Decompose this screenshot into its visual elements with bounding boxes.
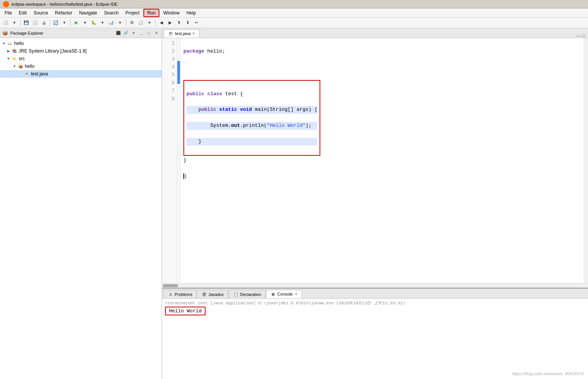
menu-help[interactable]: Help	[183, 10, 199, 16]
tab-label: test.java	[175, 31, 191, 36]
arrow-hello-pkg: ▼	[12, 64, 17, 69]
line-numbers: 1 2 3 4 5 6 7 8	[162, 38, 177, 283]
toolbar-run-dropdown[interactable]: ▾	[81, 19, 89, 27]
menu-window[interactable]: Window	[160, 10, 183, 16]
toolbar-coverage-dropdown[interactable]: ▾	[116, 19, 124, 27]
editor-tabs: ☕ test.java ✕ — □	[162, 28, 588, 38]
menu-run[interactable]: Run	[143, 9, 159, 17]
menu-bar: File Edit Source Refactor Navigate Searc…	[0, 8, 588, 18]
arrow-test	[18, 72, 23, 76]
toolbar-prev-annotation[interactable]: ⬆	[175, 19, 183, 27]
problems-icon: ⚠	[168, 292, 173, 297]
toolbar-skip-all[interactable]: ⬜	[137, 19, 145, 27]
tab-close-button[interactable]: ✕	[192, 32, 195, 35]
arrow-jre: ▶	[6, 49, 11, 53]
console-terminated-line: <terminated> test [Java Application] D:\…	[165, 300, 585, 306]
toolbar: ⬜ ▾ 💾 ⬜ 🖨 🔃 ▾ ▶ ▾ 🐛 ▾ 📊 ▾ ⚙ ⬜ ▾ ◀ ▶ ⬆ ⬇ …	[0, 18, 588, 28]
toolbar-coverage[interactable]: 📊	[107, 19, 116, 27]
tab-javadoc-label: Javadoc	[208, 292, 224, 297]
tab-problems[interactable]: ⚠ Problems	[164, 290, 196, 298]
horiz-scroll-thumb[interactable]	[163, 284, 178, 287]
java-file-icon: ☕	[24, 71, 30, 77]
tree-label-hello: hello	[14, 41, 24, 46]
toolbar-refresh-dropdown[interactable]: ▾	[60, 19, 69, 27]
toolbar-skip-all-dropdown[interactable]: ▾	[145, 19, 154, 27]
minimize-editor-icon: —	[577, 33, 581, 38]
toolbar-debug-dropdown[interactable]: ▾	[98, 19, 107, 27]
tree-item-jre[interactable]: ▶ 📚 JRE System Library [JavaSE-1.8]	[0, 47, 162, 55]
console-content: <terminated> test [Java Application] D:\…	[162, 299, 588, 379]
tab-problems-label: Problems	[175, 292, 192, 297]
menu-file[interactable]: File	[2, 10, 15, 16]
menu-navigate[interactable]: Navigate	[76, 10, 100, 16]
code-editor[interactable]: 1 2 3 4 5 6 7 8 package hello; pub	[162, 38, 588, 283]
arrow-src: ▼	[6, 56, 11, 61]
arrow-hello: ▼	[2, 41, 6, 46]
pe-view-menu[interactable]: ▾	[130, 30, 137, 36]
title-bar: eclipse-workspace - hello/src/hello/test…	[0, 0, 588, 8]
package-explorer-content: ▼ 🗂 hello ▶ 📚 JRE System Library [JavaSE…	[0, 38, 162, 379]
bookmark-gutter	[177, 38, 180, 283]
tab-console[interactable]: 🖥 Console ✕	[266, 290, 302, 298]
menu-search[interactable]: Search	[101, 10, 122, 16]
menu-edit[interactable]: Edit	[16, 10, 30, 16]
menu-project[interactable]: Project	[122, 10, 143, 16]
toolbar-next-edit[interactable]: ▶	[166, 19, 174, 27]
menu-refactor[interactable]: Refactor	[52, 10, 75, 16]
project-icon: 🗂	[7, 40, 13, 46]
pe-minimize[interactable]: _	[138, 30, 144, 36]
tree-item-test-java[interactable]: ☕ test.java	[0, 70, 162, 78]
toolbar-next-annotation[interactable]: ⬇	[183, 19, 192, 27]
toolbar-external-tools[interactable]: ⚙	[128, 19, 136, 27]
code-line-4: public static void main(String[] args) {	[186, 106, 317, 114]
console-close-indicator: ✕	[295, 292, 298, 296]
pe-close[interactable]: ✕	[153, 30, 159, 36]
code-line-5: System.out.println("Hello World");	[186, 122, 317, 130]
package-icon: 📦	[18, 63, 24, 69]
tab-javadoc[interactable]: @ Javadoc	[197, 290, 228, 298]
console-output: Hello World	[165, 307, 206, 315]
tab-declaration-label: Declaration	[240, 292, 261, 297]
code-block-highlighted: public class test { public static void m…	[183, 80, 320, 156]
pe-icon: 📦	[2, 30, 8, 36]
package-explorer-header: 📦 Package Explorer ⬛ 🔗 ▾ _ □ ✕	[0, 28, 162, 38]
toolbar-last-edit[interactable]: ↩	[192, 19, 201, 27]
declaration-icon: 📋	[233, 292, 238, 297]
console-icon: 🖥	[270, 291, 276, 297]
tree-label-jre: JRE System Library [JavaSE-1.8]	[19, 48, 87, 54]
tab-declaration[interactable]: 📋 Declaration	[229, 290, 265, 298]
toolbar-save[interactable]: 💾	[22, 19, 31, 27]
horizontal-scrollbar[interactable]	[162, 283, 588, 288]
menu-source[interactable]: Source	[31, 10, 51, 16]
toolbar-run[interactable]: ▶	[72, 19, 80, 27]
package-explorer-title: Package Explorer	[10, 31, 114, 35]
pe-link-editor[interactable]: 🔗	[123, 30, 129, 36]
bottom-panel: ⚠ Problems @ Javadoc 📋 Declaration 🖥 Con…	[162, 288, 588, 379]
pe-collapse-all[interactable]: ⬛	[115, 30, 121, 36]
tab-file-icon: ☕	[168, 31, 174, 36]
tree-item-src[interactable]: ▼ 📁 src	[0, 55, 162, 62]
editor-area: ☕ test.java ✕ — □ 1 2 3 4 5 6 7 8	[162, 28, 588, 379]
toolbar-new[interactable]: ⬜	[2, 19, 10, 27]
bottom-tabs: ⚠ Problems @ Javadoc 📋 Declaration 🖥 Con…	[162, 289, 588, 299]
toolbar-debug[interactable]: 🐛	[90, 19, 98, 27]
tree-item-hello-project[interactable]: ▼ 🗂 hello	[0, 40, 162, 47]
toolbar-save-all[interactable]: ⬜	[31, 19, 39, 27]
code-line-2	[183, 63, 580, 71]
code-line-6: }	[186, 138, 317, 146]
jre-icon: 📚	[11, 48, 18, 54]
pe-maximize[interactable]: □	[146, 30, 152, 36]
toolbar-print[interactable]: 🖨	[40, 19, 48, 27]
javadoc-icon: @	[201, 292, 207, 297]
toolbar-refresh[interactable]: 🔃	[51, 19, 60, 27]
editor-maximize[interactable]: — □	[577, 33, 586, 38]
toolbar-new-dropdown[interactable]: ▾	[10, 19, 19, 27]
code-content[interactable]: package hello; public class test { publi…	[180, 38, 583, 283]
main-layout: 📦 Package Explorer ⬛ 🔗 ▾ _ □ ✕ ▼ 🗂 hello…	[0, 28, 588, 379]
eclipse-icon	[3, 1, 9, 7]
toolbar-prev-edit[interactable]: ◀	[157, 19, 165, 27]
editor-tab-test-java[interactable]: ☕ test.java ✕	[164, 29, 199, 38]
package-explorer-panel: 📦 Package Explorer ⬛ 🔗 ▾ _ □ ✕ ▼ 🗂 hello…	[0, 28, 162, 379]
tree-item-hello-package[interactable]: ▼ 📦 hello	[0, 62, 162, 70]
code-line-8: |	[183, 173, 580, 181]
